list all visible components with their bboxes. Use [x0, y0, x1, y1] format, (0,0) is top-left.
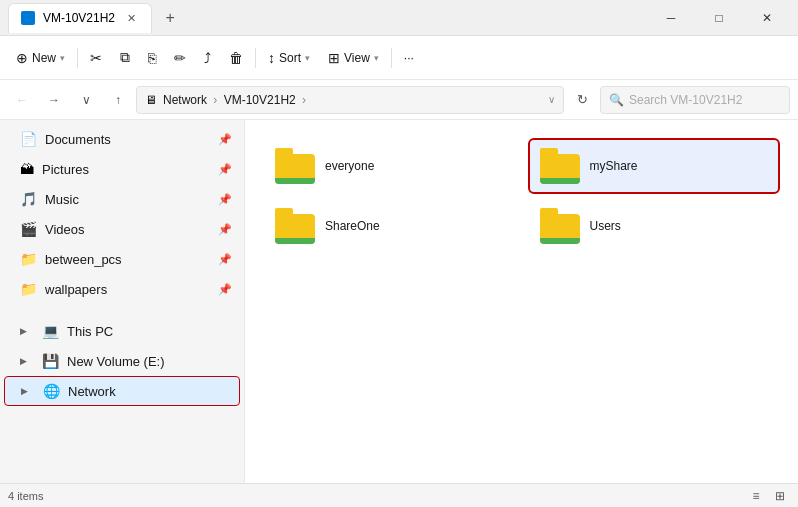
toolbar: ⊕ New ▾ ✂ ⧉ ⎘ ✏ ⤴ 🗑 ↕ Sort ▾ ⊞ View ▾ ··…	[0, 36, 798, 80]
new-label: New	[32, 51, 56, 65]
status-bar: 4 items ≡ ⊞	[0, 483, 798, 507]
sidebar-item-new-volume[interactable]: ▶ 💾 New Volume (E:)	[4, 346, 240, 376]
view-label: View	[344, 51, 370, 65]
new-button[interactable]: ⊕ New ▾	[8, 42, 73, 74]
file-item-everyone[interactable]: everyone	[265, 140, 514, 192]
pin-icon: 📌	[218, 193, 232, 206]
refresh-button[interactable]: ↻	[568, 86, 596, 114]
view-button[interactable]: ⊞ View ▾	[320, 42, 387, 74]
music-icon: 🎵	[20, 191, 37, 207]
address-crumb-icon: 🖥	[145, 93, 157, 107]
file-item-shareone[interactable]: ShareOne	[265, 200, 514, 252]
title-bar: VM-10V21H2 ✕ + ─ □ ✕	[0, 0, 798, 36]
sidebar-item-label: Videos	[45, 222, 210, 237]
address-crumb-network: Network › VM-10V21H2 ›	[163, 93, 309, 107]
main-content: 📄 Documents 📌 🏔 Pictures 📌 🎵 Music 📌 🎬 V…	[0, 120, 798, 483]
cut-button[interactable]: ✂	[82, 42, 110, 74]
toolbar-sep-3	[391, 48, 392, 68]
share-button[interactable]: ⤴	[196, 42, 219, 74]
address-row: ← → ∨ ↑ 🖥 Network › VM-10V21H2 › ∨ ↻ 🔍 S…	[0, 80, 798, 120]
folder-icon: 📁	[20, 281, 37, 297]
toolbar-sep-1	[77, 48, 78, 68]
sidebar: 📄 Documents 📌 🏔 Pictures 📌 🎵 Music 📌 🎬 V…	[0, 120, 245, 483]
videos-icon: 🎬	[20, 221, 37, 237]
file-item-users[interactable]: Users	[530, 200, 779, 252]
search-bar[interactable]: 🔍 Search VM-10V21H2	[600, 86, 790, 114]
window-tab[interactable]: VM-10V21H2 ✕	[8, 3, 152, 33]
rename-icon: ✏	[174, 50, 186, 66]
tab-title: VM-10V21H2	[43, 11, 115, 25]
paste-button[interactable]: ⎘	[140, 42, 164, 74]
tab-close-button[interactable]: ✕	[123, 10, 139, 26]
sidebar-item-documents[interactable]: 📄 Documents 📌	[4, 124, 240, 154]
sidebar-item-wallpapers[interactable]: 📁 wallpapers 📌	[4, 274, 240, 304]
network-icon: 🌐	[43, 383, 60, 399]
folder-icon: 📁	[20, 251, 37, 267]
maximize-button[interactable]: □	[696, 3, 742, 33]
up-button[interactable]: ↑	[104, 86, 132, 114]
search-placeholder: Search VM-10V21H2	[629, 93, 742, 107]
file-name: everyone	[325, 159, 374, 173]
file-item-myshare[interactable]: myShare	[530, 140, 779, 192]
cut-icon: ✂	[90, 50, 102, 66]
sidebar-item-label: Documents	[45, 132, 210, 147]
sidebar-item-label: Music	[45, 192, 210, 207]
folder-icon	[275, 148, 315, 184]
up-dropdown-button[interactable]: ∨	[72, 86, 100, 114]
more-button[interactable]: ···	[396, 42, 422, 74]
sidebar-item-label: wallpapers	[45, 282, 210, 297]
rename-button[interactable]: ✏	[166, 42, 194, 74]
address-dropdown-icon: ∨	[548, 94, 555, 105]
tab-app-icon	[21, 11, 35, 25]
paste-icon: ⎘	[148, 50, 156, 66]
grid-view-button[interactable]: ⊞	[770, 486, 790, 506]
list-view-button[interactable]: ≡	[746, 486, 766, 506]
new-tab-button[interactable]: +	[156, 4, 184, 32]
file-grid: everyone myShare ShareOne	[261, 136, 782, 256]
file-name: Users	[590, 219, 621, 233]
expander-icon: ▶	[20, 326, 34, 336]
file-pane: everyone myShare ShareOne	[245, 120, 798, 483]
address-bar[interactable]: 🖥 Network › VM-10V21H2 › ∨	[136, 86, 564, 114]
sidebar-item-videos[interactable]: 🎬 Videos 📌	[4, 214, 240, 244]
folder-icon	[540, 208, 580, 244]
minimize-button[interactable]: ─	[648, 3, 694, 33]
sidebar-item-between-pcs[interactable]: 📁 between_pcs 📌	[4, 244, 240, 274]
expander-icon: ▶	[21, 386, 35, 396]
sidebar-item-network[interactable]: ▶ 🌐 Network	[4, 376, 240, 406]
share-icon: ⤴	[204, 50, 211, 66]
sidebar-item-label: New Volume (E:)	[67, 354, 232, 369]
sidebar-item-this-pc[interactable]: ▶ 💻 This PC	[4, 316, 240, 346]
sort-button[interactable]: ↕ Sort ▾	[260, 42, 318, 74]
toolbar-sep-2	[255, 48, 256, 68]
pin-icon: 📌	[218, 163, 232, 176]
sidebar-item-label: Network	[68, 384, 231, 399]
delete-icon: 🗑	[229, 50, 243, 66]
sort-label: Sort	[279, 51, 301, 65]
expander-icon: ▶	[20, 356, 34, 366]
sort-dropdown-icon: ▾	[305, 53, 310, 63]
search-icon: 🔍	[609, 93, 624, 107]
status-count: 4 items	[8, 490, 43, 502]
file-name: myShare	[590, 159, 638, 173]
status-view-controls: ≡ ⊞	[746, 486, 790, 506]
new-dropdown-icon: ▾	[60, 53, 65, 63]
forward-button[interactable]: →	[40, 86, 68, 114]
view-dropdown-icon: ▾	[374, 53, 379, 63]
pin-icon: 📌	[218, 283, 232, 296]
pin-icon: 📌	[218, 223, 232, 236]
folder-icon	[540, 148, 580, 184]
copy-icon: ⧉	[120, 49, 130, 66]
delete-button[interactable]: 🗑	[221, 42, 251, 74]
pin-icon: 📌	[218, 253, 232, 266]
close-button[interactable]: ✕	[744, 3, 790, 33]
pictures-icon: 🏔	[20, 161, 34, 177]
copy-button[interactable]: ⧉	[112, 42, 138, 74]
documents-icon: 📄	[20, 131, 37, 147]
back-button[interactable]: ←	[8, 86, 36, 114]
this-pc-icon: 💻	[42, 323, 59, 339]
new-icon: ⊕	[16, 50, 28, 66]
sidebar-item-pictures[interactable]: 🏔 Pictures 📌	[4, 154, 240, 184]
sidebar-item-music[interactable]: 🎵 Music 📌	[4, 184, 240, 214]
file-name: ShareOne	[325, 219, 380, 233]
